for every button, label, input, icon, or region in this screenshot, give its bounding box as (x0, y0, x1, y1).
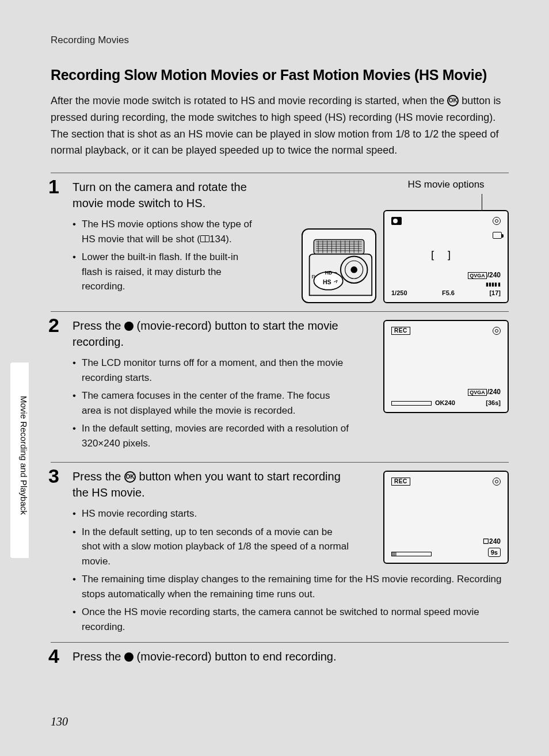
time-remaining: [36s] (486, 399, 501, 406)
divider (51, 462, 509, 463)
step-3-bullets-top: HS movie recording starts. In the defaul… (73, 506, 349, 568)
bullet: The remaining time display changes to th… (73, 572, 509, 601)
hs-mode-indicator: QVGA/240 (468, 388, 501, 396)
manual-page: Recording Movies Recording Slow Motion M… (0, 0, 549, 756)
lcd-preview-2: REC QVGA/240 OK240 [36s] (383, 320, 509, 413)
annotation-line (482, 194, 482, 210)
bullet: The HS movie options show the type of HS… (73, 217, 257, 246)
bullet: In the default setting, movies are recor… (73, 421, 349, 450)
step-number: 3 (48, 465, 59, 487)
step-3: 3 Press the OK button when you want to s… (51, 468, 509, 634)
hs-options-annotation: HS movie options (383, 179, 509, 190)
memory-indicator: ▮▮▮▮▮ (486, 281, 501, 287)
step-number: 1 (48, 175, 59, 198)
page-title: Recording Slow Motion Movies or Fast Mot… (51, 67, 509, 83)
f-stop: F5.6 (442, 289, 455, 296)
divider (51, 311, 509, 312)
ok-button-icon: OK (447, 95, 459, 106)
step-2: 2 Press the (movie-record) button to sta… (51, 318, 509, 454)
step-1-bullets: The HS movie options show the type of HS… (73, 217, 257, 294)
step-1: 1 Turn on the camera and rotate the movi… (51, 179, 509, 303)
hs-240-indicator: ☐240 (483, 537, 501, 545)
bullet: HS movie recording starts. (73, 506, 349, 521)
step-3-title: Press the OK button when you want to sta… (73, 468, 349, 501)
focus-brackets: [] (429, 249, 463, 261)
battery-icon (493, 232, 502, 239)
frame-count: [17] (489, 289, 501, 296)
step-4-title: Press the (movie-record) button to end r… (73, 648, 509, 665)
step-number: 4 (48, 645, 59, 667)
target-icon (493, 478, 501, 486)
p-label: P (312, 273, 315, 280)
bullet: In the default setting, up to ten second… (73, 525, 349, 569)
camera-illustration: HD HS P (302, 228, 376, 303)
time-remaining-hs: 9s (488, 548, 501, 557)
step-2-bullets: The LCD monitor turns off for a moment, … (73, 356, 349, 450)
hd-label: HD (325, 270, 333, 276)
step-3-bullets-full: The remaining time display changes to th… (73, 572, 509, 634)
bullet: Lower the built-in flash. If the built-i… (73, 250, 257, 294)
rec-indicator: REC (391, 478, 410, 486)
progress-bar (391, 552, 432, 556)
rec-indicator: REC (391, 327, 410, 335)
movie-record-icon (124, 652, 134, 662)
progress-bar (391, 401, 432, 406)
manual-ref-icon (200, 235, 209, 242)
ok-button-icon: OK (124, 471, 136, 483)
shutter-speed: 1/250 (391, 289, 407, 296)
step-4: 4 Press the (movie-record) button to end… (51, 648, 509, 665)
camera-mode-icon (391, 217, 402, 225)
section-header: Recording Movies (51, 35, 509, 46)
svg-point-18 (350, 266, 357, 273)
hs-label: HS (323, 278, 331, 285)
target-icon (493, 217, 501, 225)
hs-mode-indicator: QVGA/240 (468, 271, 501, 279)
divider (51, 642, 509, 643)
lcd-preview-1: [] QVGA/240 ▮▮▮▮▮ 1/250 F5.6 [17] (383, 210, 509, 303)
step-number: 2 (48, 314, 59, 337)
divider (51, 173, 509, 173)
step-1-title: Turn on the camera and rotate the movie … (73, 179, 257, 211)
bullet: The camera focuses in the center of the … (73, 388, 349, 418)
bullet: The LCD monitor turns off for a moment, … (73, 356, 349, 385)
ok-240-indicator: OK240 (435, 399, 455, 406)
lcd-preview-3: REC ☐240 9s (383, 471, 509, 564)
intro-text-1: After the movie mode switch is rotated t… (51, 95, 447, 106)
target-icon (493, 327, 501, 335)
bullet: Once the HS movie recording starts, the … (73, 605, 509, 634)
movie-record-icon (124, 322, 134, 331)
step-2-title: Press the (movie-record) button to start… (73, 318, 349, 350)
page-number: 130 (51, 715, 68, 728)
sidebar-section-label: Movie Recording and Playback (10, 391, 29, 515)
intro-paragraph: After the movie mode switch is rotated t… (51, 93, 509, 159)
